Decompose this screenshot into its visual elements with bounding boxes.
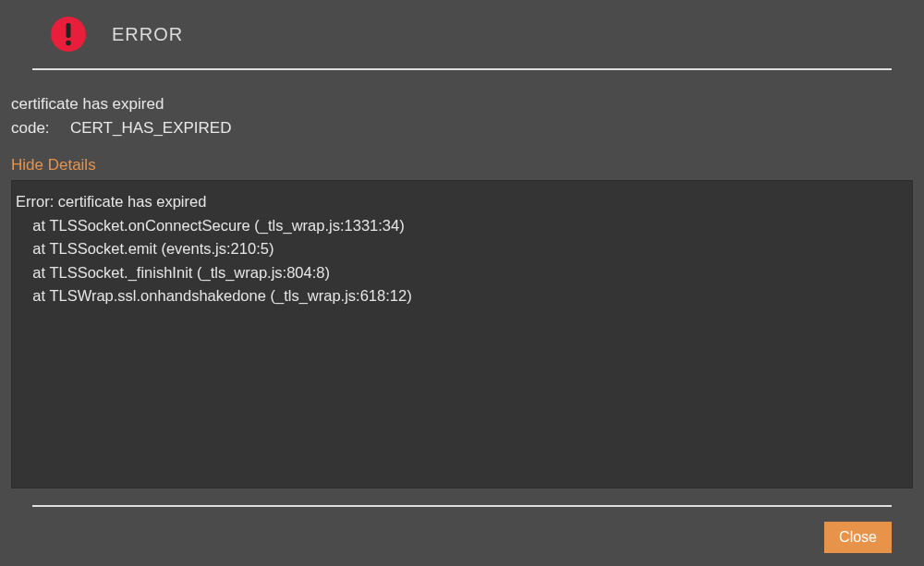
error-message-text: certificate has expired [11,92,913,116]
dialog-header: ERROR [0,0,924,68]
error-icon [51,17,86,52]
divider-bottom [32,505,892,507]
toggle-details-link[interactable]: Hide Details [0,156,107,180]
trace-line: at TLSSocket.emit (events.js:210:5) [16,237,905,261]
error-code-value: CERT_HAS_EXPIRED [70,116,231,140]
exclamation-icon [65,22,72,46]
svg-point-1 [66,41,71,46]
stack-trace-box[interactable]: Error: certificate has expired at TLSSoc… [11,180,913,488]
close-button[interactable]: Close [824,522,892,553]
error-dialog: ERROR certificate has expired code: CERT… [0,0,924,507]
dialog-title: ERROR [112,24,183,45]
error-code-label: code: [11,116,70,140]
dialog-footer: Close [824,522,892,553]
trace-line: at TLSSocket._finishInit (_tls_wrap.js:8… [16,261,905,285]
error-code-line: code: CERT_HAS_EXPIRED [11,116,913,140]
trace-line: Error: certificate has expired [16,190,905,214]
svg-rect-0 [67,23,71,38]
trace-line: at TLSSocket.onConnectSecure (_tls_wrap.… [16,214,905,238]
error-message-area: certificate has expired code: CERT_HAS_E… [0,70,924,156]
trace-line: at TLSWrap.ssl.onhandshakedone (_tls_wra… [16,284,905,308]
